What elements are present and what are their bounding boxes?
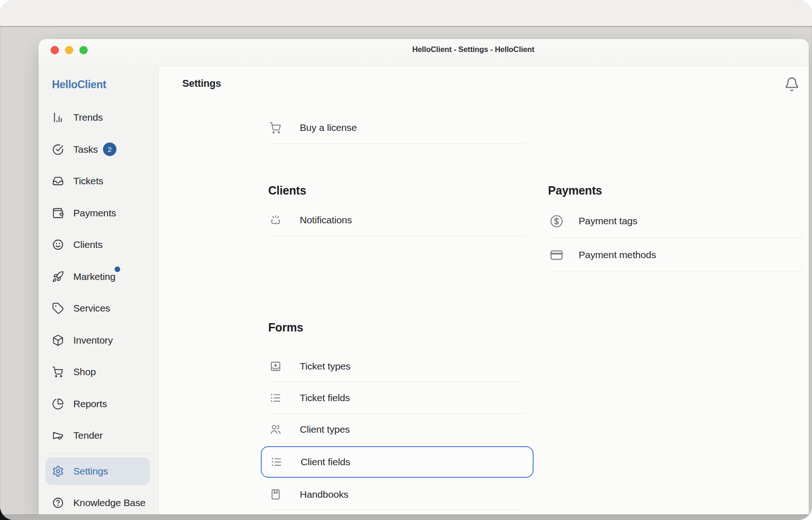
gear-icon [52,465,64,477]
settings-item-label: Client types [300,424,350,435]
sidebar: HelloClient TrendsTasks2TicketsPaymentsC… [39,67,159,515]
inbox-rays-icon [269,214,282,227]
pie-chart-icon [52,398,64,410]
app-window: HelloClient - Settings - HelloClient Hel… [39,39,809,515]
settings-item-label: Notifications [300,214,352,226]
app-logo[interactable]: HelloClient [52,78,106,91]
sidebar-item-payments[interactable]: Payments [39,197,158,229]
sidebar-item-label: Services [73,303,110,314]
check-circle-icon [52,143,64,156]
section-rows: Notifications [268,204,525,236]
settings-item-label: Ticket types [300,361,350,372]
buy-a-license-label: Buy a license [300,122,357,133]
settings-item-ticket-types[interactable]: Ticket types [268,351,525,382]
section-rows: Ticket typesTicket fieldsClient typesCli… [268,351,525,510]
settings-item-notifications[interactable]: Notifications [268,204,525,236]
settings-item-payment-tags[interactable]: Payment tags [548,204,804,238]
sidebar-item-services[interactable]: Services [39,292,158,325]
shopping-cart-icon [52,366,64,378]
sidebar-item-label: Tickets [73,176,103,187]
sidebar-item-label: Tender [73,430,103,441]
zoom-button[interactable] [79,46,88,54]
section-title-payments: Payments [548,181,804,200]
sidebar-item-label: Trends [73,112,103,123]
shopping-cart-icon [269,121,282,134]
tag-icon [52,302,64,314]
sidebar-item-label: Inventory [73,335,113,346]
sidebar-item-label: Payments [73,208,116,219]
sidebar-nav: TrendsTasks2TicketsPaymentsClientsMarket… [39,102,158,452]
sidebar-item-shop[interactable]: Shop [39,356,158,388]
sidebar-item-tender[interactable]: Tender [39,420,158,452]
settings-item-client-fields[interactable]: Client fields [261,446,534,478]
sidebar-item-label: Clients [73,239,103,250]
smiley-icon [52,239,64,251]
notifications-bell-button[interactable] [784,77,799,92]
rocket-icon [52,271,64,283]
box-icon [52,334,64,346]
settings-item-payment-methods[interactable]: Payment methods [548,238,804,272]
section-forms: FormsTicket typesTicket fieldsClient typ… [268,318,525,510]
section-rows: Payment tagsPayment methods [548,204,804,272]
credit-card-icon [549,248,564,262]
settings-item-handbooks[interactable]: Handbooks [268,479,525,510]
sidebar-item-clients[interactable]: Clients [39,229,158,261]
inbox-in-icon [269,360,282,373]
settings-item-client-types[interactable]: Client types [268,414,525,445]
settings-item-label: Payment methods [579,249,656,260]
settings-item-label: Ticket fields [300,392,350,403]
sidebar-item-marketing[interactable]: Marketing [39,261,158,293]
sidebar-item-label: Marketing [73,271,116,282]
buy-a-license-row[interactable]: Buy a license [268,111,525,144]
section-clients: ClientsNotifications [268,181,525,236]
sidebar-divider [45,453,152,454]
sidebar-item-label: Tasks [73,144,98,155]
section-payments: PaymentsPayment tagsPayment methods [548,181,804,272]
page-title: Settings [182,78,221,90]
unread-dot [115,266,120,272]
traffic-lights [51,46,88,54]
sidebar-item-trends[interactable]: Trends [39,102,158,134]
tasks-count-badge: 2 [103,143,116,156]
sidebar-item-label: Reports [73,398,107,410]
outer-frame-top-bezel [0,0,812,27]
list-icon [270,455,283,468]
sidebar-item-label: Shop [73,366,96,377]
section-title-clients: Clients [268,181,525,200]
section-title-forms: Forms [268,318,525,337]
close-button[interactable] [51,46,59,54]
megaphone-icon [52,429,64,442]
sidebar-item-settings[interactable]: Settings [45,457,150,485]
sidebar-item-label: Settings [73,466,108,477]
inbox-icon [52,175,64,187]
settings-item-ticket-fields[interactable]: Ticket fields [268,382,525,414]
sidebar-item-knowledge-base[interactable]: Knowledge Base [39,487,159,515]
window-titlebar: HelloClient - Settings - HelloClient [39,39,809,67]
settings-item-label: Payment tags [579,215,638,227]
bell-icon [784,77,799,92]
users-icon [269,423,282,436]
dollar-circle-icon [549,214,564,228]
book-icon [269,488,282,501]
wallet-icon [52,207,64,219]
settings-item-label: Handbooks [300,489,348,500]
sidebar-item-inventory[interactable]: Inventory [39,325,158,357]
outer-frame-bottom-edge [0,514,812,520]
sidebar-item-label: Knowledge Base [73,497,146,508]
sidebar-item-tasks[interactable]: Tasks2 [39,134,158,166]
bar-chart-icon [52,111,64,124]
help-circle-icon [52,497,64,509]
outer-frame: HelloClient - Settings - HelloClient Hel… [0,0,812,520]
settings-item-label: Client fields [301,456,350,468]
list-icon [269,391,282,404]
minimize-button[interactable] [65,46,73,54]
window-title: HelloClient - Settings - HelloClient [412,45,534,54]
sidebar-item-reports[interactable]: Reports [39,388,158,420]
sidebar-item-tickets[interactable]: Tickets [39,165,158,197]
